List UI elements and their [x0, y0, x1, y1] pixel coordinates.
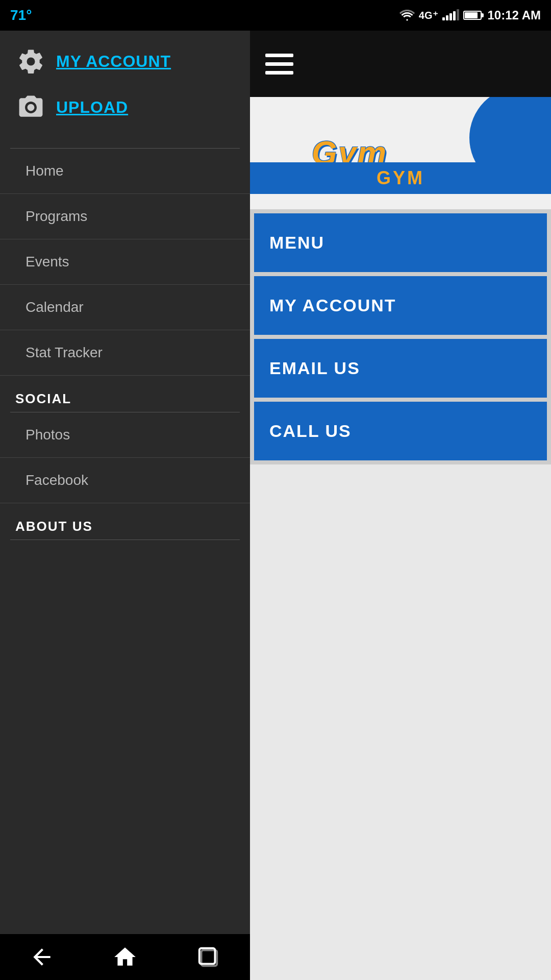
- sidebar-top-actions: MY ACCOUNT UPLOAD: [0, 31, 250, 148]
- recents-button[interactable]: [193, 942, 223, 972]
- call-us-button[interactable]: CALL US: [254, 402, 547, 460]
- hamburger-line-3: [265, 71, 293, 75]
- sidebar: MY ACCOUNT UPLOAD Home Programs Events C…: [0, 31, 250, 980]
- back-button[interactable]: [27, 942, 57, 972]
- temperature: 71°: [10, 7, 32, 23]
- my-account-button[interactable]: MY ACCOUNT: [254, 276, 547, 335]
- menu-buttons-section: MENU MY ACCOUNT EMAIL US CALL US: [250, 209, 551, 464]
- upload-link[interactable]: UPLOAD: [15, 92, 235, 122]
- recents-icon: [196, 945, 220, 969]
- sidebar-item-stat-tracker[interactable]: Stat Tracker: [0, 330, 250, 376]
- status-right-icons: 4G⁺ 10:12 AM: [399, 8, 541, 22]
- camera-icon: [15, 92, 46, 122]
- menu-button[interactable]: MENU: [254, 213, 547, 272]
- sidebar-item-programs[interactable]: Programs: [0, 194, 250, 239]
- upload-label: UPLOAD: [56, 98, 128, 117]
- home-icon: [112, 944, 138, 970]
- status-time: 10:12 AM: [488, 8, 541, 22]
- sidebar-item-home[interactable]: Home: [0, 149, 250, 194]
- sidebar-nav: Home Programs Events Calendar Stat Track…: [0, 149, 250, 376]
- right-header: [250, 31, 551, 97]
- back-icon: [29, 944, 55, 970]
- about-divider: [10, 540, 240, 540]
- lte-badge: 4G⁺: [419, 9, 438, 21]
- email-us-button[interactable]: EMAIL US: [254, 339, 547, 398]
- right-content-panel: Gym GYM MENU MY ACCOUNT EMAIL US CALL US: [250, 31, 551, 980]
- signal-bars: [442, 10, 459, 20]
- main-layout: MY ACCOUNT UPLOAD Home Programs Events C…: [0, 31, 551, 980]
- wifi-icon: [399, 9, 415, 21]
- hamburger-line-1: [265, 54, 293, 57]
- about-us-section-header: ABOUT US: [0, 503, 250, 540]
- sidebar-item-facebook[interactable]: Facebook: [0, 458, 250, 503]
- sidebar-item-photos[interactable]: Photos: [0, 412, 250, 458]
- battery-icon: [463, 11, 482, 20]
- bottom-nav-bar: [0, 934, 250, 980]
- gear-icon: [15, 46, 46, 77]
- sidebar-item-calendar[interactable]: Calendar: [0, 285, 250, 330]
- social-nav: Photos Facebook: [0, 412, 250, 503]
- gym-logo-area: Gym GYM: [250, 97, 551, 209]
- hamburger-line-2: [265, 62, 293, 66]
- connectivity-icons: 4G⁺: [399, 9, 482, 21]
- hamburger-menu-button[interactable]: [265, 54, 293, 75]
- my-account-label: MY ACCOUNT: [56, 52, 171, 71]
- my-account-link[interactable]: MY ACCOUNT: [15, 46, 235, 77]
- status-bar: 71° 4G⁺ 10:12 AM: [0, 0, 551, 31]
- home-button[interactable]: [110, 942, 140, 972]
- gym-sub-banner: GYM: [250, 162, 551, 194]
- social-section-header: SOCIAL: [0, 376, 250, 412]
- sidebar-item-events[interactable]: Events: [0, 239, 250, 285]
- gym-sub-text: GYM: [377, 167, 424, 188]
